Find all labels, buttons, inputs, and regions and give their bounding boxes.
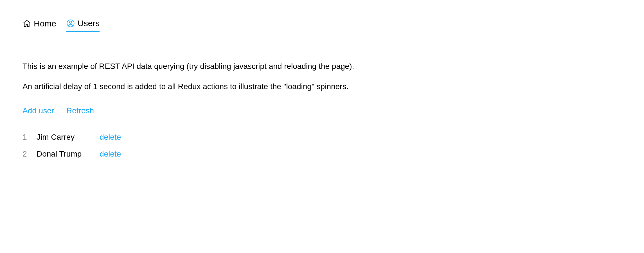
add-user-button[interactable]: Add user [22,105,54,117]
description-line-2: An artificial delay of 1 second is added… [22,81,622,92]
nav-item-home[interactable]: Home [22,17,56,32]
user-id: 2 [22,148,27,160]
nav-item-users[interactable]: Users [66,17,100,32]
nav-label-home: Home [34,17,56,30]
delete-user-button[interactable]: delete [100,131,121,143]
nav-label-users: Users [78,17,100,30]
user-icon [66,19,75,28]
description-line-1: This is an example of REST API data quer… [22,60,622,72]
action-bar: Add user Refresh [22,105,622,117]
home-icon [22,19,31,28]
refresh-button[interactable]: Refresh [66,105,94,117]
user-row: 1 Jim Carrey delete [22,131,622,143]
user-name: Jim Carrey [37,131,90,143]
user-name: Donal Trump [37,148,90,160]
user-list: 1 Jim Carrey delete 2 Donal Trump delete [22,131,622,160]
user-row: 2 Donal Trump delete [22,148,622,160]
top-nav: Home Users [22,17,622,32]
svg-point-1 [69,21,72,23]
user-id: 1 [22,131,27,143]
delete-user-button[interactable]: delete [100,148,121,160]
